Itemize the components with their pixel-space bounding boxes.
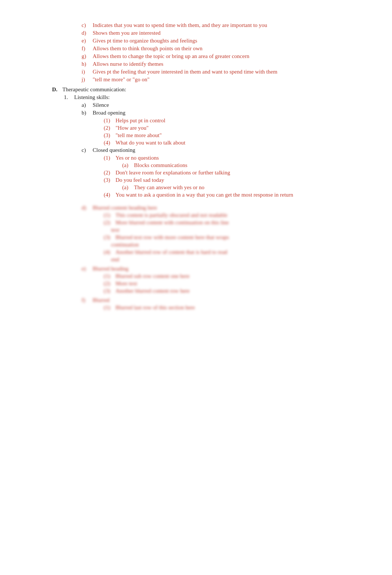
item-a-text: Silence [93, 102, 109, 108]
item-label: j) [82, 76, 90, 83]
list-item: d) Shows them you are interested [82, 30, 340, 36]
item-label: d) [82, 30, 90, 36]
list-item-b-1: (1) Helps put pt in control [104, 118, 340, 124]
num-text: Yes or no questions [116, 155, 159, 161]
item-text: "tell me more" or "go on" [93, 76, 149, 83]
section-d: D. Therapeutic communication: 1. Listeni… [52, 86, 340, 311]
num-label: (1) [104, 118, 113, 124]
closed-1a: (a) Blocks communications [122, 162, 340, 169]
list-item: i) Gives pt the feeling that youre inter… [82, 69, 340, 75]
blurred-d: d) Blurred content heading here (1) This… [82, 205, 340, 263]
num-text: Don't leave room for explanations or fur… [116, 170, 230, 176]
item-label: e) [82, 38, 90, 44]
closed-3a: (a) They can answer with yes or no [122, 184, 340, 191]
item-text: Gives pt time to organize thoughts and f… [93, 38, 197, 44]
num-label: (2) [104, 125, 113, 131]
list-item: e) Gives pt time to organize thoughts an… [82, 38, 340, 44]
closed-4: (4) You want to ask a question in a way … [104, 192, 340, 198]
alpha-text: Blocks communications [134, 162, 188, 169]
subsection-1-text: Listening skills: [74, 94, 110, 101]
item-text: Shows them you are interested [93, 30, 161, 36]
list-item-b-4: (4) What do you want to talk about [104, 140, 340, 146]
item-label: c) [82, 22, 90, 28]
blurred-region: d) Blurred content heading here (1) This… [52, 205, 340, 311]
closed-1: (1) Yes or no questions [104, 155, 340, 161]
num-label: (4) [104, 140, 113, 146]
num-label: (3) [104, 132, 113, 139]
list-item-b-3: (3) "tell me more about" [104, 132, 340, 139]
item-b-text: Broad opening [93, 110, 125, 116]
top-items-list: c) Indicates that you want to spend time… [52, 22, 340, 83]
item-c-label: c) [82, 147, 90, 153]
alpha-label: (a) [122, 184, 131, 191]
num-text: What do you want to talk about [116, 140, 185, 146]
list-item: f) Allows them to think through points o… [82, 45, 340, 52]
item-b-label: b) [82, 110, 90, 116]
blurred-e: e) Blurred heading (1) Blurred sub row c… [82, 266, 340, 294]
list-item-c: c) Closed questioning [82, 147, 340, 153]
page: c) Indicates that you want to spend time… [52, 15, 340, 321]
list-item-b-2: (2) "How are you" [104, 125, 340, 131]
subsection-1-label: 1. [64, 94, 71, 101]
num-label: (4) [104, 192, 113, 198]
list-item: c) Indicates that you want to spend time… [82, 22, 340, 28]
list-item: h) Allows nurse to identify themes [82, 61, 340, 67]
item-label: i) [82, 69, 90, 75]
list-item: g) Allows them to change the topic or br… [82, 53, 340, 59]
list-item: j) "tell me more" or "go on" [82, 76, 340, 83]
num-text: Do you feel sad today [116, 177, 164, 183]
item-text: Allows them to think through points on t… [93, 45, 203, 52]
item-label: f) [82, 45, 90, 52]
item-text: Gives pt the feeling that youre interest… [93, 69, 277, 75]
item-label: h) [82, 61, 90, 67]
item-text: Indicates that you want to spend time wi… [93, 22, 267, 28]
num-text: "How are you" [116, 125, 149, 131]
item-text: Allows nurse to identify themes [93, 61, 164, 67]
section-d-header: D. Therapeutic communication: [52, 86, 340, 93]
closed-2: (2) Don't leave room for explanations or… [104, 170, 340, 176]
alpha-text: They can answer with yes or no [134, 184, 204, 191]
subsection-1: 1. Listening skills: [64, 94, 340, 101]
item-a-label: a) [82, 102, 90, 108]
num-text: You want to ask a question in a way that… [116, 192, 293, 198]
list-item-a: a) Silence [82, 102, 340, 108]
num-label: (1) [104, 155, 113, 161]
num-text: Helps put pt in control [116, 118, 165, 124]
blurred-f: f) Blurred (1) Blurred last row of this … [82, 297, 340, 311]
section-d-text: Therapeutic communication: [62, 86, 126, 93]
num-label: (2) [104, 170, 113, 176]
item-text: Allows them to change the topic or bring… [93, 53, 249, 59]
alpha-label: (a) [122, 162, 131, 169]
num-text: "tell me more about" [116, 132, 162, 139]
item-label: g) [82, 53, 90, 59]
section-d-label: D. [52, 86, 59, 93]
list-item-b: b) Broad opening [82, 110, 340, 116]
item-c-text: Closed questioning [93, 147, 135, 153]
closed-3: (3) Do you feel sad today [104, 177, 340, 183]
num-label: (3) [104, 177, 113, 183]
